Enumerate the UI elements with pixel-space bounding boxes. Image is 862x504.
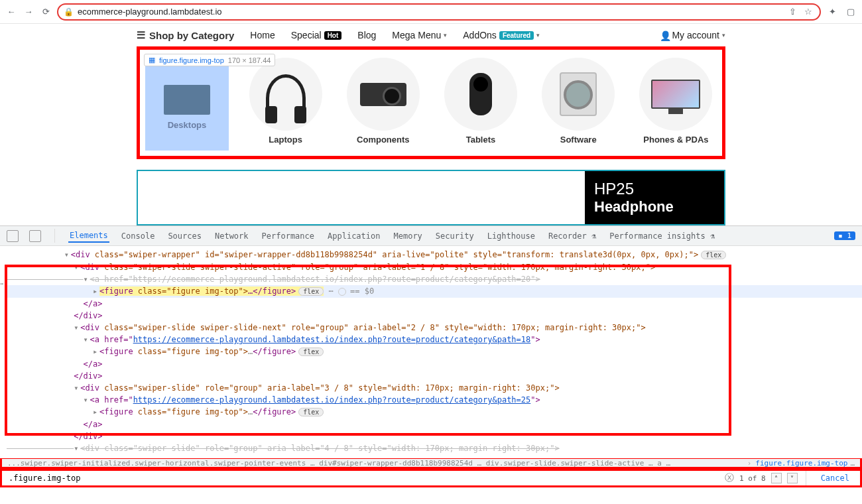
dom-line[interactable]: </div> bbox=[7, 430, 862, 442]
inspect-tooltip: ▦ figure.figure.img-top 170 × 187.44 bbox=[144, 54, 275, 66]
dom-line[interactable]: ▾<div class="swiper-slide swiper-slide-a… bbox=[7, 261, 862, 273]
dom-line[interactable]: ▾<div class="swiper-slide" role="group" … bbox=[7, 382, 862, 394]
category-label: Laptops bbox=[269, 135, 302, 145]
dom-line[interactable]: ▸<figure class="figure img-top">…</figur… bbox=[7, 346, 862, 358]
breadcrumb[interactable]: ...swiper.swiper-initialized.swiper-hori… bbox=[0, 457, 862, 469]
promo-title: HP25 bbox=[594, 180, 715, 198]
tab-elements[interactable]: Elements bbox=[68, 229, 109, 243]
nav-special[interactable]: Special Hot bbox=[291, 30, 342, 40]
hamburger-icon: ☰ bbox=[137, 29, 145, 41]
tab-performance-insights[interactable]: Performance insights ⚗ bbox=[608, 230, 716, 242]
camera-icon bbox=[469, 73, 492, 115]
dom-line[interactable]: ▾<a href="https://ecommerce-playground.l… bbox=[7, 334, 862, 346]
breadcrumb-more[interactable]: … bbox=[850, 459, 855, 468]
projector-icon bbox=[360, 83, 406, 106]
tab-network[interactable]: Network bbox=[214, 230, 250, 242]
dom-line[interactable]: </a> bbox=[7, 298, 862, 310]
devtools-panel: Elements Console Sources Network Perform… bbox=[0, 225, 862, 487]
tab-recorder[interactable]: Recorder ⚗ bbox=[547, 230, 597, 242]
nav-my-account-label: My account bbox=[672, 30, 719, 40]
dom-line[interactable]: ▾<a href="https://ecommerce-playground.l… bbox=[7, 394, 862, 406]
flask-icon: ⚗ bbox=[591, 231, 596, 241]
desktop-icon bbox=[164, 85, 210, 115]
category-label: Tablets bbox=[466, 135, 496, 145]
dom-line-selected[interactable]: ▸<figure class="figure img-top">…</figur… bbox=[7, 285, 862, 298]
dom-line[interactable]: ▸<figure class="figure img-top">…</figur… bbox=[7, 406, 862, 418]
back-icon[interactable]: ← bbox=[5, 6, 17, 18]
nav-home[interactable]: Home bbox=[250, 30, 275, 40]
category-label: Phones & PDAs bbox=[643, 135, 708, 145]
category-tablets[interactable]: Tablets bbox=[440, 58, 521, 151]
promo-banner[interactable]: HP25 Headphone bbox=[137, 170, 725, 225]
dom-line[interactable]: </a> bbox=[7, 418, 862, 430]
dom-line[interactable]: </div> bbox=[7, 310, 862, 322]
nav-addons[interactable]: AddOns Featured ▾ bbox=[463, 30, 540, 40]
category-carousel: ▦ figure.figure.img-top 170 × 187.44 Des… bbox=[137, 46, 725, 159]
nav-my-account[interactable]: 👤 My account ▾ bbox=[660, 30, 725, 40]
nav-mega-menu-label: Mega Menu bbox=[392, 30, 441, 40]
main-nav: ☰ Shop by Category Home Special Hot Blog… bbox=[137, 24, 725, 46]
hot-badge: Hot bbox=[324, 31, 342, 40]
device-toolbar-icon[interactable] bbox=[29, 230, 41, 242]
dom-line[interactable]: </a> bbox=[7, 358, 862, 370]
dom-line[interactable]: ▾<div class="swiper-slide swiper-slide-n… bbox=[7, 322, 862, 334]
dom-line[interactable]: </div> bbox=[7, 370, 862, 382]
find-next-button[interactable]: ˅ bbox=[787, 473, 798, 483]
featured-badge: Featured bbox=[499, 31, 534, 40]
tab-sources[interactable]: Sources bbox=[166, 230, 203, 242]
chevron-down-icon: ▾ bbox=[444, 32, 447, 38]
chevron-down-icon: ▾ bbox=[722, 32, 725, 38]
clear-icon[interactable]: ⓧ bbox=[725, 472, 734, 484]
tab-console[interactable]: Console bbox=[120, 230, 156, 242]
tab-performance[interactable]: Performance bbox=[261, 230, 316, 242]
dom-line[interactable]: ▾<div class="swiper-slide" role="group" … bbox=[7, 442, 862, 454]
dom-line[interactable]: ▾<a href="https://ecommerce-playground.l… bbox=[7, 273, 862, 285]
tab-memory[interactable]: Memory bbox=[393, 230, 424, 242]
category-label: Components bbox=[357, 135, 409, 145]
category-components[interactable]: Components bbox=[342, 58, 424, 151]
dom-line[interactable]: ▾<div class="swiper-wrapper" id="swiper-… bbox=[7, 249, 862, 261]
category-laptops[interactable]: Laptops bbox=[245, 58, 326, 151]
category-desktops[interactable]: Desktops bbox=[145, 58, 229, 151]
share-icon[interactable]: ⇧ bbox=[786, 6, 798, 18]
collapsed-ellipsis: ⋯ bbox=[0, 279, 3, 288]
shop-by-category-label: Shop by Category bbox=[149, 30, 234, 41]
cancel-button[interactable]: Cancel bbox=[821, 473, 849, 483]
flask-icon: ⚗ bbox=[710, 231, 715, 241]
address-bar[interactable]: 🔒 ecommerce-playground.lambdatest.io ⇧ ☆ bbox=[57, 3, 821, 21]
find-input[interactable] bbox=[6, 472, 719, 484]
inspect-tooltip-dimensions: 170 × 187.44 bbox=[228, 56, 271, 64]
issues-badge[interactable]: ▪ 1 bbox=[834, 231, 855, 240]
tab-application[interactable]: Application bbox=[326, 230, 381, 242]
reload-icon[interactable]: ⟳ bbox=[40, 6, 52, 18]
nav-mega-menu[interactable]: Mega Menu ▾ bbox=[392, 30, 447, 40]
dom-tree[interactable]: ⋯ ▾<div class="swiper-wrapper" id="swipe… bbox=[0, 246, 862, 458]
devtools-tabbar: Elements Console Sources Network Perform… bbox=[0, 226, 862, 246]
category-label: Desktops bbox=[168, 120, 207, 130]
find-prev-button[interactable]: ˄ bbox=[771, 473, 782, 483]
forward-icon[interactable]: → bbox=[23, 6, 34, 18]
star-icon[interactable]: ☆ bbox=[802, 6, 814, 18]
monitor-icon bbox=[651, 80, 700, 109]
tab-lighthouse[interactable]: Lighthouse bbox=[486, 230, 536, 242]
washing-machine-icon bbox=[560, 72, 597, 116]
find-count: 1 of 8 bbox=[739, 474, 766, 483]
nav-addons-label: AddOns bbox=[463, 30, 497, 40]
account-square-icon[interactable]: ▢ bbox=[845, 6, 857, 18]
breadcrumb-trail: ...swiper.swiper-initialized.swiper-hori… bbox=[7, 459, 743, 468]
tab-security[interactable]: Security bbox=[434, 230, 475, 242]
extensions-icon[interactable]: ✦ bbox=[826, 6, 838, 18]
inspect-tooltip-selector: figure.figure.img-top bbox=[159, 56, 224, 64]
nav-blog[interactable]: Blog bbox=[357, 30, 376, 40]
category-phones-pdas[interactable]: Phones & PDAs bbox=[635, 58, 717, 151]
category-label: Software bbox=[560, 135, 597, 145]
headphones-icon bbox=[266, 74, 306, 114]
category-software[interactable]: Software bbox=[538, 58, 619, 151]
find-bar: ⓧ 1 of 8 ˄ ˅ Cancel bbox=[0, 469, 862, 487]
nav-special-label: Special bbox=[291, 30, 322, 40]
inspect-picker-icon[interactable] bbox=[7, 230, 19, 242]
url-text: ecommerce-playground.lambdatest.io bbox=[78, 7, 782, 17]
user-icon: 👤 bbox=[660, 31, 669, 40]
browser-toolbar: ← → ⟳ 🔒 ecommerce-playground.lambdatest.… bbox=[0, 0, 862, 24]
shop-by-category-button[interactable]: ☰ Shop by Category bbox=[137, 29, 234, 41]
